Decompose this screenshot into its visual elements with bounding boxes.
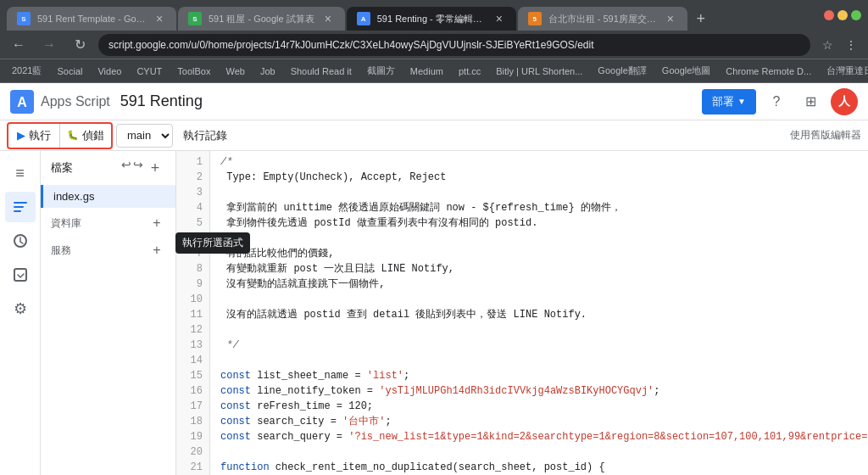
top-bar-right: 部署 ▼ ? ⊞ 人 <box>702 88 858 115</box>
execution-log-button[interactable]: 執行記錄 <box>176 124 234 148</box>
toolbar-note: 使用舊版編輯器 <box>790 128 861 142</box>
sidebar-icon-triggers[interactable] <box>5 226 36 256</box>
tab-close-1[interactable]: × <box>153 12 166 25</box>
bookmark-google-maps[interactable]: Google地圖 <box>657 63 715 79</box>
code-line: /* <box>220 154 858 170</box>
apps-grid-btn[interactable]: ⊞ <box>797 88 824 115</box>
tab-favicon-4: 5 <box>528 12 542 25</box>
app-container: A Apps Script 591 Renting 部署 ▼ ? ⊞ 人 ▶ 執… <box>0 83 868 475</box>
code-line: 有變動就重新 post 一次且日誌 LINE Notify, <box>220 261 858 277</box>
tab-favicon-1: S <box>17 12 31 25</box>
bookmark-star-icon[interactable]: ☆ <box>817 35 837 55</box>
bookmark-video[interactable]: Video <box>92 64 126 78</box>
svg-text:A: A <box>17 95 27 109</box>
sidebar-icon-executions[interactable] <box>5 260 36 290</box>
files-header: 檔案 ↩ ↪ + <box>41 151 175 185</box>
bookmark-cyut[interactable]: CYUT <box>131 64 167 78</box>
code-editor[interactable]: 1234567891011121314151617181920212223242… <box>176 151 868 475</box>
bookmark-2021[interactable]: 2021藍 <box>7 63 47 79</box>
win-min-btn[interactable] <box>837 10 848 20</box>
add-service-btn[interactable]: + <box>148 242 165 259</box>
code-line: const search_query = '?is_new_list=1&typ… <box>220 429 858 444</box>
address-input[interactable] <box>98 34 810 56</box>
execution-log-label: 執行記錄 <box>183 128 227 143</box>
bookmark-social[interactable]: Social <box>52 64 87 78</box>
app-name-label: Apps Script <box>41 94 110 109</box>
bookmark-taiwan[interactable]: 台灣重達日反 <box>821 63 868 79</box>
file-panel: 檔案 ↩ ↪ + index.gs 資料庫 + 服務 + <box>41 151 176 475</box>
browser-chrome: S 591 Rent Template - Google 試... × S 59… <box>0 0 868 31</box>
window-controls <box>824 10 861 20</box>
bookmark-google-translate[interactable]: Google翻譯 <box>593 63 651 79</box>
tab-3[interactable]: A 591 Renting - 零常編輯器 - App... × <box>347 7 516 31</box>
tooltip-popup: 執行所選函式 <box>175 232 250 254</box>
tab-favicon-2: S <box>188 12 202 25</box>
add-library-btn[interactable]: + <box>148 215 165 232</box>
file-item-index[interactable]: index.gs <box>41 185 175 208</box>
bookmark-chrome-remote[interactable]: Chrome Remote D... <box>721 64 816 78</box>
apps-script-logo: A <box>10 90 34 114</box>
debug-button[interactable]: 🐛 偵錯 <box>59 124 111 148</box>
function-select[interactable]: main <box>116 124 173 148</box>
win-max-btn[interactable] <box>851 10 861 20</box>
run-btn-group: ▶ 執行 🐛 偵錯 <box>7 122 113 149</box>
code-line: 有的話比較他們的價錢, <box>220 246 858 261</box>
bookmarks-bar: 2021藍 Social Video CYUT ToolBox Web Job … <box>0 59 868 83</box>
code-line: const list_sheet_name = 'list'; <box>220 368 858 383</box>
code-line: 沒有的話就透過 postid 查到 detail 後貼到列表中，發送 LINE … <box>220 307 858 322</box>
code-content[interactable]: /* Type: Empty(Uncheck), Accept, Reject … <box>210 151 868 475</box>
code-line: const search_city = '台中市'; <box>220 414 858 429</box>
tab-close-2[interactable]: × <box>321 12 335 25</box>
user-avatar[interactable]: 人 <box>831 88 858 115</box>
bookmark-job[interactable]: Job <box>255 64 281 78</box>
bookmark-bitly[interactable]: Bitly | URL Shorten... <box>491 64 587 78</box>
code-line <box>220 292 858 307</box>
undo-btn[interactable]: ↩ <box>121 158 131 178</box>
libraries-header: 資料庫 + <box>41 208 175 235</box>
tab-close-3[interactable]: × <box>492 12 506 25</box>
redo-btn[interactable]: ↪ <box>133 158 143 178</box>
tab-1[interactable]: S 591 Rent Template - Google 試... × <box>7 7 176 31</box>
sidebar-icon-editor[interactable] <box>5 192 36 222</box>
tab-4[interactable]: 5 台北市出租 - 591房屋交易網 × <box>518 7 687 31</box>
code-line: 沒有變動的話就直接跳下一個物件, <box>220 277 858 292</box>
forward-btn[interactable]: → <box>37 33 61 57</box>
sidebar-icon-settings[interactable]: ⚙ <box>5 293 36 324</box>
line-numbers: 1234567891011121314151617181920212223242… <box>176 151 210 475</box>
new-tab-btn[interactable]: + <box>689 7 713 31</box>
code-line <box>220 322 858 338</box>
bookmark-toolbox[interactable]: ToolBox <box>172 64 215 78</box>
browser-tabs: S 591 Rent Template - Google 試... × S 59… <box>7 0 821 31</box>
tab-title-1: 591 Rent Template - Google 試... <box>37 13 146 25</box>
code-line: const reFresh_time = 120; <box>220 399 858 414</box>
code-line <box>220 353 858 368</box>
reload-btn[interactable]: ↻ <box>68 33 92 57</box>
add-file-btn[interactable]: + <box>145 158 165 178</box>
bookmark-web[interactable]: Web <box>220 64 249 78</box>
run-button[interactable]: ▶ 執行 <box>8 124 59 148</box>
bookmark-medium[interactable]: Medium <box>405 64 448 78</box>
tab-2[interactable]: S 591 租屋 - Google 試算表 × <box>178 7 345 31</box>
code-line: */ <box>220 338 858 353</box>
address-icons: ☆ ⋮ <box>817 35 861 55</box>
tab-favicon-3: A <box>357 12 370 25</box>
services-header: 服務 + <box>41 235 175 262</box>
tab-title-4: 台北市出租 - 591房屋交易網 <box>548 13 657 25</box>
tab-close-4[interactable]: × <box>664 12 677 25</box>
code-line <box>220 444 858 460</box>
deploy-label: 部署 <box>712 94 734 109</box>
deploy-button[interactable]: 部署 ▼ <box>702 89 756 115</box>
code-area[interactable]: 1234567891011121314151617181920212223242… <box>176 151 868 475</box>
bookmark-ptt[interactable]: ptt.cc <box>453 64 486 78</box>
address-bar-row: ← → ↻ ☆ ⋮ <box>0 31 868 59</box>
sidebar-icon-menu[interactable]: ≡ <box>5 158 36 188</box>
bookmark-screenshot[interactable]: 截圖方 <box>362 63 400 79</box>
more-options-icon[interactable]: ⋮ <box>841 35 861 55</box>
code-line: 拿到當前的 unittime 然後透過原始碼關鍵詞 now - ${refres… <box>220 200 858 215</box>
back-btn[interactable]: ← <box>7 33 31 57</box>
bookmark-should-read[interactable]: Should Read it <box>286 64 357 78</box>
file-name-label: 591 Renting <box>120 92 203 110</box>
win-close-btn[interactable] <box>824 10 834 20</box>
help-btn[interactable]: ? <box>763 88 790 115</box>
code-line: 拿到物件後先透過 postId 做查重看列表中有沒有相同的 postid. <box>220 215 858 231</box>
